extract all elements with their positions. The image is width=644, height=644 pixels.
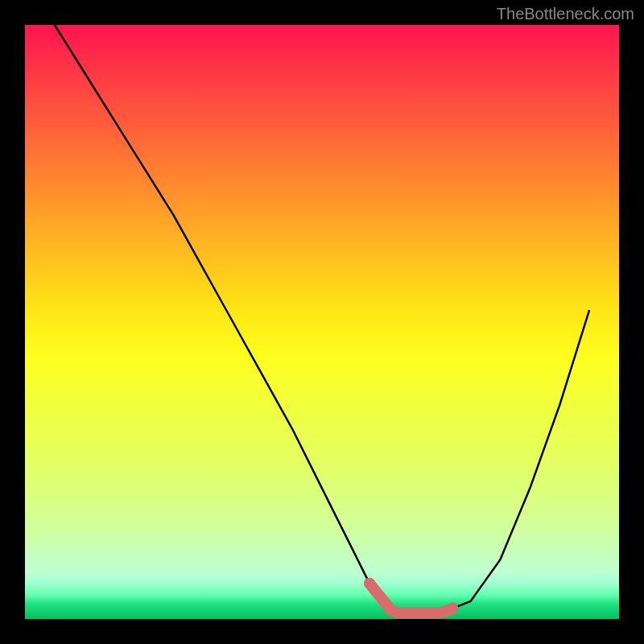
optimal-range-highlight: [25, 25, 619, 619]
attribution-text: TheBottleneck.com: [497, 5, 634, 23]
